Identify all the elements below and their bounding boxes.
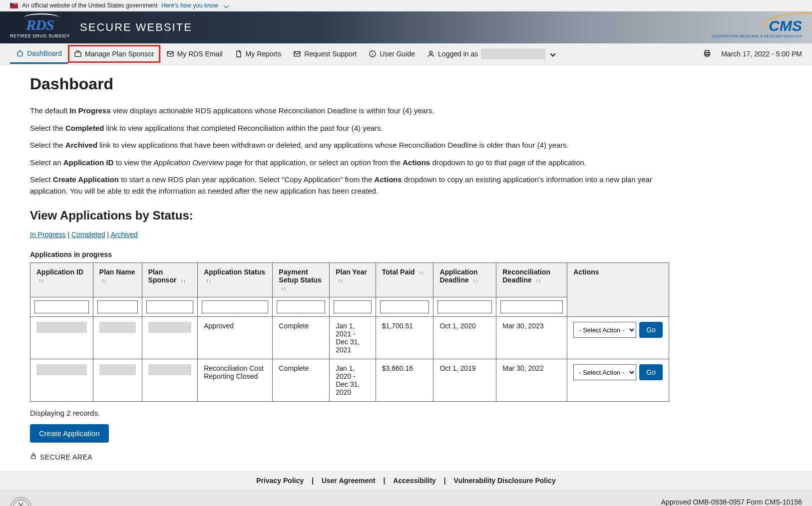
col-plan-name[interactable]: Plan Name ↑↓ xyxy=(93,263,142,297)
filter-total-paid[interactable] xyxy=(380,300,429,313)
gov-banner: An official website of the United States… xyxy=(0,0,812,11)
cell-total-paid: $3,660.16 xyxy=(376,359,433,402)
col-actions: Actions xyxy=(567,263,669,317)
cell-app-deadline: Oct 1, 2019 xyxy=(433,359,496,402)
filter-app-status[interactable] xyxy=(202,300,268,313)
svg-point-4 xyxy=(429,51,432,54)
nav-dashboard[interactable]: DashBoard xyxy=(10,44,68,64)
nav-request-support[interactable]: Request Support xyxy=(287,45,363,63)
col-app-status[interactable]: Application Status ↑↓ xyxy=(198,263,273,297)
filter-payment-status[interactable] xyxy=(277,300,325,313)
sort-icon: ↑↓ xyxy=(281,285,286,291)
page-title: Dashboard xyxy=(30,75,669,93)
action-select[interactable]: - Select Action - xyxy=(573,364,636,380)
desc-create-app: Select Create Application to start a new… xyxy=(30,174,669,197)
filter-plan-sponsor[interactable] xyxy=(146,300,194,313)
nav-my-reports-label: My Reports xyxy=(246,50,282,58)
nav-my-reports[interactable]: My Reports xyxy=(229,45,288,63)
records-count: Displaying 2 records. xyxy=(30,409,669,417)
table-row: Approved Complete Jan 1, 2021 - Dec 31, … xyxy=(30,317,669,359)
sort-icon: ↑↓ xyxy=(473,277,478,283)
col-app-id[interactable]: Application ID ↑↓ xyxy=(30,263,93,297)
col-plan-sponsor[interactable]: Plan Sponsor ↑↓ xyxy=(142,263,198,297)
nav-manage-plan-sponsor-label: Manage Plan Sponsor xyxy=(85,50,154,58)
redacted-cell xyxy=(99,364,136,375)
cell-payment-status: Complete xyxy=(273,359,330,402)
user-icon xyxy=(427,50,435,58)
filter-plan-year[interactable] xyxy=(334,300,372,313)
desc-archived: Select the Archived link to view applica… xyxy=(30,140,669,151)
filter-app-deadline[interactable] xyxy=(437,300,492,313)
nav-manage-plan-sponsor[interactable]: Manage Plan Sponsor xyxy=(68,45,160,63)
filter-recon-deadline[interactable] xyxy=(500,300,563,313)
col-plan-year[interactable]: Plan Year ↑↓ xyxy=(330,263,376,297)
create-application-button[interactable]: Create Application xyxy=(30,424,109,443)
col-total-paid[interactable]: Total Paid ↑↓ xyxy=(376,263,433,297)
secure-website-label: SECURE WEBSITE xyxy=(80,21,192,34)
cms-logo: CMS CENTERS FOR MEDICARE & MEDICAID SERV… xyxy=(712,17,802,38)
mail-icon xyxy=(166,50,174,58)
nav-my-rds-email[interactable]: My RDS Email xyxy=(160,45,229,63)
cell-recon-deadline: Mar 30, 2023 xyxy=(496,317,567,359)
sort-icon: ↑↓ xyxy=(101,277,107,283)
cms-logo-text: CMS xyxy=(769,17,802,34)
nav-user-guide-label: User Guide xyxy=(380,50,415,58)
col-recon-deadline[interactable]: Reconciliation Deadline ↑↓ xyxy=(496,263,567,297)
nav-user-guide[interactable]: User Guide xyxy=(363,45,421,63)
table-row: Reconciliation Cost Reporting Closed Com… xyxy=(30,359,669,402)
chevron-down-icon xyxy=(550,51,556,56)
gov-banner-link[interactable]: Here's how you know xyxy=(161,2,218,9)
mail-icon xyxy=(293,50,301,58)
filter-app-id[interactable] xyxy=(34,300,89,313)
svg-point-10 xyxy=(13,500,28,506)
secure-area-label: SECURE AREA xyxy=(30,453,669,461)
footer-accessibility[interactable]: Accessibility xyxy=(387,477,442,485)
nav-dashboard-label: DashBoard xyxy=(27,49,62,57)
footer-bottom: Approved OMB-0938-0957 Form CMS-10156 Ap… xyxy=(0,490,812,506)
omb-line-1: Approved OMB-0938-0957 Form CMS-10156 xyxy=(661,498,802,506)
col-payment-status[interactable]: Payment Setup Status ↑↓ xyxy=(273,263,330,297)
top-nav: DashBoard Manage Plan Sponsor My RDS Ema… xyxy=(0,43,812,65)
applications-table: Application ID ↑↓ Plan Name ↑↓ Plan Spon… xyxy=(30,262,669,402)
sort-icon: ↑↓ xyxy=(419,269,424,275)
cell-recon-deadline: Mar 30, 2022 xyxy=(496,359,567,402)
footer-vulnerability[interactable]: Vulnerability Disclosure Policy xyxy=(448,477,562,485)
footer-privacy[interactable]: Privacy Policy xyxy=(250,477,310,485)
footer-user-agreement[interactable]: User Agreement xyxy=(316,477,382,485)
filter-archived-link[interactable]: Archived xyxy=(110,231,137,239)
gov-banner-text: An official website of the United States… xyxy=(22,2,157,9)
nav-logged-in-label: Logged in as xyxy=(438,50,478,58)
table-label: Applications in progress xyxy=(30,251,669,258)
sort-icon: ↑↓ xyxy=(38,277,44,283)
hhs-seal-icon xyxy=(10,497,32,506)
datetime-label: March 17, 2022 - 5:00 PM xyxy=(721,50,802,58)
svg-rect-0 xyxy=(75,52,81,57)
redacted-cell xyxy=(99,322,136,333)
redacted-cell xyxy=(148,322,192,333)
redacted-cell xyxy=(36,364,87,375)
action-select[interactable]: - Select Action - xyxy=(573,322,636,338)
cms-logo-subtext: CENTERS FOR MEDICARE & MEDICAID SERVICES xyxy=(712,34,802,38)
view-applications-heading: View Applications by Status: xyxy=(30,209,669,223)
main-content: Dashboard The default In Progress view d… xyxy=(0,65,699,471)
document-icon xyxy=(235,50,243,58)
nav-logged-in[interactable]: Logged in as xyxy=(421,43,561,64)
filter-plan-name[interactable] xyxy=(97,300,138,313)
go-button[interactable]: Go xyxy=(639,364,663,380)
nav-my-rds-email-label: My RDS Email xyxy=(177,50,223,58)
redacted-cell xyxy=(36,322,87,333)
col-app-deadline[interactable]: Application Deadline ↑↓ xyxy=(433,263,496,297)
sort-icon: ↑↓ xyxy=(206,277,211,283)
print-icon[interactable] xyxy=(703,49,711,59)
go-button[interactable]: Go xyxy=(639,322,663,338)
filter-completed-link[interactable]: Completed xyxy=(71,231,105,239)
redacted-cell xyxy=(148,364,192,375)
footer-links: Privacy Policy | User Agreement | Access… xyxy=(0,471,812,490)
rds-logo-text: RDS xyxy=(26,16,53,33)
desc-completed: Select the Completed link to view applic… xyxy=(30,123,669,134)
filter-in-progress-link[interactable]: In Progress xyxy=(30,231,66,239)
desc-app-id: Select an Application ID to view the App… xyxy=(30,157,669,169)
lock-icon xyxy=(30,453,37,461)
status-filter-links: In Progress | Completed | Archived xyxy=(30,231,669,239)
us-flag-icon xyxy=(10,3,18,8)
